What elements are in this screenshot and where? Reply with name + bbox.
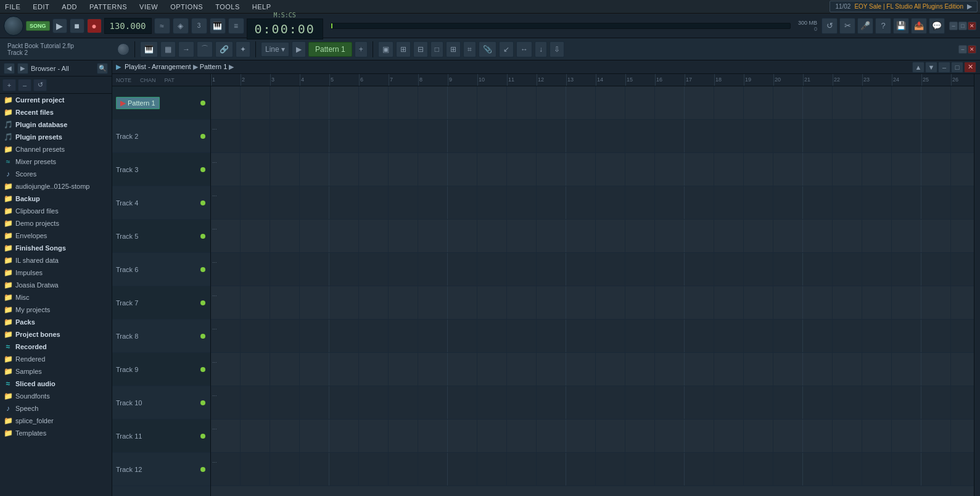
grid-cell-r1-c22[interactable]	[833, 86, 862, 119]
grid-cell-r8-c26[interactable]	[951, 320, 974, 352]
bpm-display[interactable]: 130.000	[104, 18, 152, 34]
grid-cell-r9-c8[interactable]	[418, 353, 448, 386]
grid-cell-r6-c12[interactable]	[537, 253, 566, 286]
grid-cell-r7-c8[interactable]	[418, 286, 448, 319]
grid-cell-r10-c5[interactable]	[329, 386, 359, 419]
grid-cell-r10-c19[interactable]	[744, 386, 773, 419]
grid-cell-r9-c15[interactable]	[625, 353, 655, 386]
grid-btn[interactable]: ⊞	[446, 41, 461, 57]
grid-cell-r12-c5[interactable]	[329, 453, 359, 486]
grid-cell-r3-c9[interactable]	[448, 153, 477, 186]
grid-cell-r11-c7[interactable]	[389, 420, 418, 452]
track-grid-row-10[interactable]: ...	[211, 386, 974, 420]
grid-cell-r7-c26[interactable]	[951, 286, 974, 319]
grid-cell-r2-c12[interactable]	[537, 120, 566, 152]
export-icon[interactable]: 📤	[911, 18, 927, 34]
grid-cell-r3-c8[interactable]	[418, 153, 448, 186]
grid-cell-r9-c11[interactable]	[507, 353, 537, 386]
grid-cell-r6-c9[interactable]	[448, 253, 477, 286]
master-pitch-knob[interactable]	[4, 16, 23, 36]
grid-cell-r12-c25[interactable]	[921, 453, 951, 486]
grid-cell-r3-c26[interactable]	[951, 153, 974, 186]
grid-cell-r3-c11[interactable]	[507, 153, 537, 186]
grid-cell-r12-c15[interactable]	[625, 453, 655, 486]
grid-cell-r7-c2[interactable]	[241, 286, 270, 319]
track-grid-row-11[interactable]: ...	[211, 420, 974, 453]
playlist-scroll-up[interactable]: ▲	[912, 62, 924, 73]
swing-icon[interactable]: ≈	[154, 18, 170, 34]
grid-cell-r3-c14[interactable]	[596, 153, 625, 186]
grid-cell-r6-c10[interactable]	[477, 253, 507, 286]
grid-cell-r12-c18[interactable]	[714, 453, 744, 486]
grid-cell-r8-c22[interactable]	[833, 320, 862, 352]
grid-cell-r4-c23[interactable]	[862, 186, 892, 219]
grid-cell-r7-c17[interactable]	[685, 286, 714, 319]
grid-cell-r5-c13[interactable]	[566, 220, 596, 252]
win-minimize[interactable]: –	[949, 22, 958, 30]
grid-cell-r6-c11[interactable]	[507, 253, 537, 286]
grid-cell-r4-c8[interactable]	[418, 186, 448, 219]
grid-cell-r4-c25[interactable]	[921, 186, 951, 219]
grid-cell-r4-c4[interactable]	[300, 186, 329, 219]
browser-item-7[interactable]: 📁 audiojungle..0125-stomp	[0, 180, 112, 192]
grid-cell-r1-c9[interactable]	[448, 86, 477, 119]
grid-cell-r9-c7[interactable]	[389, 353, 418, 386]
grid-cell-r1-c21[interactable]	[803, 86, 833, 119]
grid-cell-r9-c17[interactable]	[685, 353, 714, 386]
grid-cell-r9-c5[interactable]	[329, 353, 359, 386]
grid-cell-r6-c2[interactable]	[241, 253, 270, 286]
grid-cell-r12-c7[interactable]	[389, 453, 418, 486]
piano-roll-icon[interactable]: 🎹	[210, 18, 226, 34]
grid-cell-r3-c7[interactable]	[389, 153, 418, 186]
grid-cell-r2-c21[interactable]	[803, 120, 833, 152]
grid-cell-r5-c23[interactable]	[862, 220, 892, 252]
grid-cell-r1-c16[interactable]	[655, 86, 685, 119]
grid-scroll[interactable]: 1234567891011121314151617181920212223242…	[211, 74, 974, 496]
grid-cell-r10-c13[interactable]	[566, 386, 596, 419]
grid-cell-r2-c22[interactable]	[833, 120, 862, 152]
track-grid-row-4[interactable]: ...	[211, 186, 974, 220]
grid-cell-r7-c24[interactable]	[892, 286, 921, 319]
stamp2-btn[interactable]: ↙	[499, 41, 514, 57]
grid-cell-r10-c7[interactable]	[389, 386, 418, 419]
grid-cell-r3-c23[interactable]	[862, 153, 892, 186]
flip-btn[interactable]: ↔	[516, 41, 532, 57]
grid-cell-r5-c17[interactable]	[685, 220, 714, 252]
grid-cell-r11-c14[interactable]	[596, 420, 625, 452]
track-grid-row-6[interactable]: ...	[211, 253, 974, 286]
grid-cell-r11-c5[interactable]	[329, 420, 359, 452]
grid-cell-r3-c6[interactable]	[359, 153, 389, 186]
grid-cell-r6-c23[interactable]	[862, 253, 892, 286]
grid-cell-r11-c18[interactable]	[714, 420, 744, 452]
browser-item-10[interactable]: 📁 Demo projects	[0, 217, 112, 229]
grid-cell-r1-c5[interactable]	[329, 86, 359, 119]
pattern-count[interactable]: 3	[191, 18, 207, 34]
playlist-win-close[interactable]: ✕	[968, 45, 976, 54]
grid-cell-r8-c17[interactable]	[685, 320, 714, 352]
grid-cell-r6-c21[interactable]	[803, 253, 833, 286]
grid-cell-r5-c7[interactable]	[389, 220, 418, 252]
grid-cell-r9-c14[interactable]	[596, 353, 625, 386]
grid-cell-r9-c10[interactable]	[477, 353, 507, 386]
track-grid-row-12[interactable]: ...	[211, 453, 974, 486]
arrow-right-btn[interactable]: →	[178, 41, 194, 57]
grid-cell-r5-c16[interactable]	[655, 220, 685, 252]
grid-cell-r4-c7[interactable]	[389, 186, 418, 219]
grid-cell-r9-c3[interactable]	[270, 353, 300, 386]
grid-cell-r10-c10[interactable]	[477, 386, 507, 419]
grid-cell-r4-c20[interactable]	[773, 186, 803, 219]
grid-cell-r6-c15[interactable]	[625, 253, 655, 286]
grid-cell-r12-c9[interactable]	[448, 453, 477, 486]
grid-cell-r1-c20[interactable]	[773, 86, 803, 119]
grid-cell-r8-c5[interactable]	[329, 320, 359, 352]
grid-cell-r11-c24[interactable]	[892, 420, 921, 452]
grid-cell-r5-c5[interactable]	[329, 220, 359, 252]
grid-cell-r2-c16[interactable]	[655, 120, 685, 152]
grid-cell-r1-c13[interactable]	[566, 86, 596, 119]
master-vol-knob[interactable]	[117, 43, 130, 56]
grid-cell-r8-c18[interactable]	[714, 320, 744, 352]
grid-cell-r10-c22[interactable]	[833, 386, 862, 419]
line-arrow[interactable]: ▶	[292, 41, 306, 57]
grid-cell-r10-c20[interactable]	[773, 386, 803, 419]
grid-cell-r1-c3[interactable]	[270, 86, 300, 119]
